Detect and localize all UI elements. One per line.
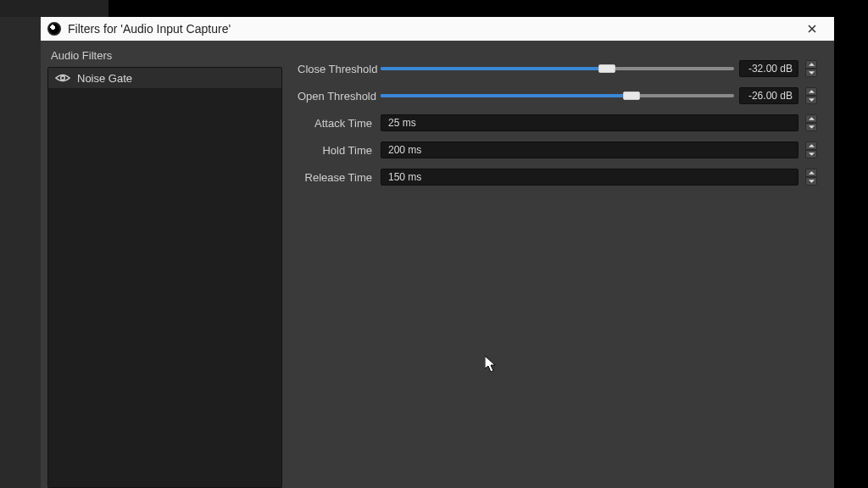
properties-panel: Close Threshold -32.00 dB Open Threshold	[282, 49, 834, 488]
obs-logo-icon	[47, 22, 61, 36]
close-button[interactable]	[795, 17, 829, 41]
label-hold-time: Hold Time	[298, 144, 372, 157]
spinner-up[interactable]	[805, 169, 817, 177]
eye-icon[interactable]	[55, 73, 70, 83]
titlebar: Filters for 'Audio Input Capture'	[41, 17, 834, 41]
close-icon	[808, 25, 816, 33]
bg-strip-top	[0, 0, 108, 17]
slider-open-threshold-wrap: -26.00 dB	[381, 87, 817, 104]
row-open-threshold: Open Threshold -26.00 dB	[298, 86, 817, 105]
value-open-threshold[interactable]: -26.00 dB	[739, 87, 798, 104]
slider-fill	[381, 94, 632, 97]
spinner-close-threshold	[805, 60, 817, 77]
spinner-up[interactable]	[805, 87, 817, 96]
sidebar: Audio Filters Noise Gate	[41, 49, 282, 488]
value-close-threshold[interactable]: -32.00 dB	[739, 60, 798, 77]
spinner-open-threshold	[805, 87, 817, 104]
slider-open-threshold[interactable]	[381, 94, 734, 97]
attack-time-wrap: 25 ms	[381, 114, 817, 131]
spinner-down[interactable]	[805, 96, 817, 104]
filter-item-label: Noise Gate	[77, 72, 132, 85]
spinner-down[interactable]	[805, 177, 817, 186]
input-release-time[interactable]: 150 ms	[381, 169, 798, 186]
spinner-hold-time	[805, 141, 817, 158]
slider-fill	[381, 67, 607, 70]
row-attack-time: Attack Time 25 ms	[298, 114, 817, 132]
slider-thumb[interactable]	[623, 92, 640, 100]
row-close-threshold: Close Threshold -32.00 dB	[298, 59, 817, 78]
input-hold-time[interactable]: 200 ms	[381, 141, 798, 158]
release-time-wrap: 150 ms	[381, 169, 817, 186]
label-release-time: Release Time	[298, 171, 372, 184]
hold-time-wrap: 200 ms	[381, 141, 817, 158]
row-release-time: Release Time 150 ms	[298, 168, 817, 186]
spinner-up[interactable]	[805, 141, 817, 150]
label-attack-time: Attack Time	[298, 117, 372, 130]
spinner-down[interactable]	[805, 150, 817, 158]
spinner-down[interactable]	[805, 69, 817, 77]
filter-list[interactable]: Noise Gate	[47, 67, 282, 488]
label-open-threshold: Open Threshold	[298, 90, 372, 103]
spinner-up[interactable]	[805, 60, 817, 69]
slider-close-threshold-wrap: -32.00 dB	[381, 60, 817, 77]
row-hold-time: Hold Time 200 ms	[298, 141, 817, 159]
spinner-down[interactable]	[805, 123, 817, 131]
window-title: Filters for 'Audio Input Capture'	[68, 22, 795, 36]
spinner-up[interactable]	[805, 114, 817, 123]
input-attack-time[interactable]: 25 ms	[381, 114, 798, 131]
spinner-release-time	[805, 169, 817, 186]
svg-point-0	[61, 76, 65, 80]
spinner-attack-time	[805, 114, 817, 131]
filters-dialog: Filters for 'Audio Input Capture' Audio …	[41, 17, 834, 488]
slider-thumb[interactable]	[598, 64, 615, 73]
sidebar-title: Audio Filters	[47, 49, 282, 67]
dialog-content: Audio Filters Noise Gate Close Threshold	[41, 41, 834, 488]
slider-close-threshold[interactable]	[381, 67, 734, 70]
filter-item-noise-gate[interactable]: Noise Gate	[48, 68, 281, 88]
label-close-threshold: Close Threshold	[298, 63, 372, 75]
bg-strip-left	[0, 17, 41, 488]
